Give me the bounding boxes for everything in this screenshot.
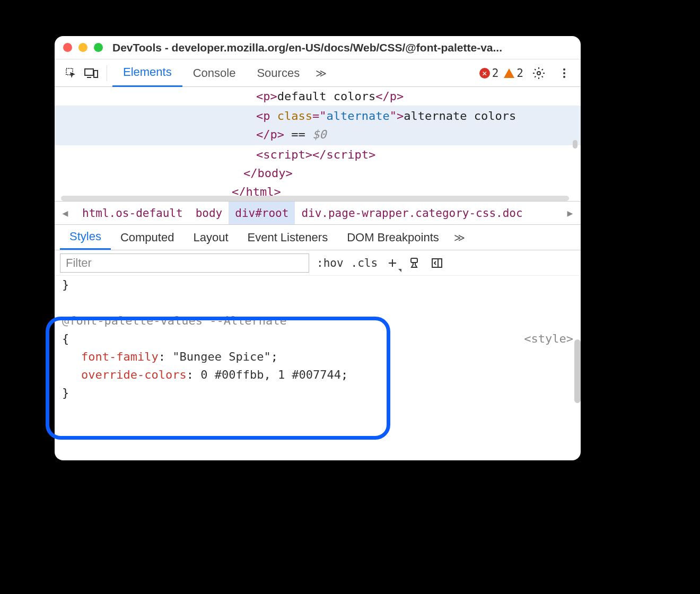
more-tabs-icon[interactable]: ≫: [310, 67, 332, 80]
breadcrumb-item[interactable]: html.os-default: [76, 202, 189, 224]
new-style-rule-icon[interactable]: [385, 256, 400, 270]
breadcrumb-item[interactable]: body: [189, 202, 229, 224]
styles-filter-row: :hov .cls: [55, 250, 581, 276]
warnings-count: 2: [517, 67, 523, 80]
minimize-icon[interactable]: [78, 43, 88, 52]
svg-point-6: [563, 72, 565, 74]
styles-tabbar: Styles Computed Layout Event Listeners D…: [55, 225, 581, 250]
error-icon: ✕: [479, 68, 490, 78]
warning-icon: [504, 68, 514, 78]
dom-text: alternate colors: [404, 109, 516, 123]
subtab-computed[interactable]: Computed: [111, 225, 184, 250]
subtab-event-listeners[interactable]: Event Listeners: [238, 225, 338, 250]
device-toggle-icon[interactable]: [81, 63, 101, 83]
dom-text: default colors: [277, 90, 375, 103]
main-toolbar: Elements Console Sources ≫ ✕ 2 2: [55, 59, 581, 87]
rule-close-brace: }: [62, 384, 573, 402]
close-icon[interactable]: [63, 43, 72, 52]
inspect-icon[interactable]: [61, 63, 81, 83]
subtab-layout[interactable]: Layout: [183, 225, 238, 250]
breadcrumb-right-icon[interactable]: ▶: [559, 207, 581, 219]
svg-point-4: [537, 72, 540, 75]
more-subtabs-icon[interactable]: ≫: [449, 231, 470, 244]
styles-pane[interactable]: } @font-palette-values --Alternate { <st…: [55, 276, 581, 460]
subtab-dom-breakpoints[interactable]: DOM Breakpoints: [337, 225, 449, 250]
svg-point-5: [563, 68, 565, 71]
breadcrumb: ◀ html.os-default body div#root div.page…: [55, 202, 581, 225]
settings-icon[interactable]: [529, 63, 549, 83]
zoom-icon[interactable]: [94, 43, 103, 52]
window-title: DevTools - developer.mozilla.org/en-US/d…: [112, 41, 502, 54]
breadcrumb-left-icon[interactable]: ◀: [55, 207, 76, 219]
tab-console[interactable]: Console: [182, 59, 247, 87]
css-declaration[interactable]: override-colors: 0 #00ffbb, 1 #007744;: [62, 366, 573, 384]
rule-selector[interactable]: @font-palette-values --Alternate: [62, 312, 573, 330]
scrollbar-vertical[interactable]: [573, 140, 578, 148]
scrollbar-horizontal[interactable]: [61, 196, 569, 201]
tab-elements[interactable]: Elements: [112, 59, 182, 87]
svg-point-7: [563, 76, 565, 78]
warnings-badge[interactable]: 2: [504, 67, 523, 80]
svg-rect-1: [85, 69, 93, 75]
rule-closing-brace: }: [62, 276, 573, 294]
errors-badge[interactable]: ✕ 2: [479, 67, 499, 80]
dom-selected-node[interactable]: <p class="alternate">alternate colors</p…: [55, 106, 581, 145]
breadcrumb-item[interactable]: div.page-wrapper.category-css.doc: [295, 202, 559, 224]
tab-sources[interactable]: Sources: [246, 59, 310, 87]
svg-rect-3: [94, 71, 98, 77]
hov-button[interactable]: :hov: [317, 257, 344, 269]
kebab-menu-icon[interactable]: [554, 63, 574, 83]
subtab-styles[interactable]: Styles: [60, 225, 111, 250]
svg-rect-10: [411, 258, 417, 263]
css-declaration[interactable]: font-family: "Bungee Spice";: [62, 348, 573, 366]
rule-origin[interactable]: <style>: [524, 330, 573, 348]
toggle-sidebar-icon[interactable]: [430, 256, 444, 270]
breadcrumb-item-selected[interactable]: div#root: [229, 202, 295, 224]
errors-count: 2: [492, 67, 499, 80]
cls-button[interactable]: .cls: [351, 257, 378, 269]
rule-open-brace: {: [62, 332, 69, 345]
devtools-window: DevTools - developer.mozilla.org/en-US/d…: [55, 36, 581, 460]
window-controls: [63, 43, 103, 52]
separator: [107, 65, 107, 81]
scrollbar-vertical[interactable]: [574, 339, 581, 403]
paint-flash-icon[interactable]: [407, 256, 422, 270]
titlebar: DevTools - developer.mozilla.org/en-US/d…: [55, 36, 581, 59]
styles-filter-input[interactable]: [60, 254, 309, 273]
dom-tree[interactable]: <p>default colors</p> <p class="alternat…: [55, 87, 581, 202]
